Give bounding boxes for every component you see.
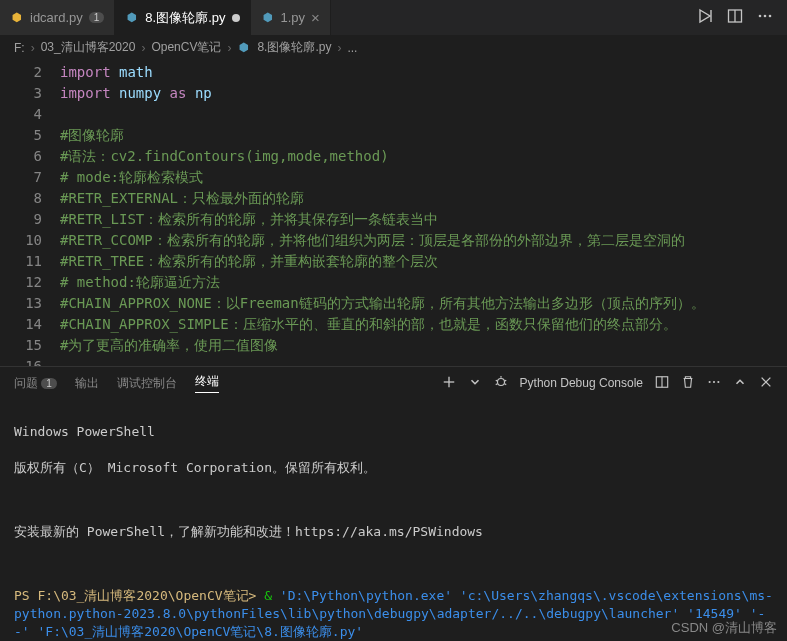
terminal-line: 安装最新的 PowerShell，了解新功能和改进！https://aka.ms…	[14, 523, 773, 541]
line-number: 14	[0, 314, 60, 335]
code-editor[interactable]: 2import math 3import numpy as np 4 5#图像轮…	[0, 60, 787, 366]
python-file-icon: ⬢	[125, 11, 139, 25]
svg-point-2	[759, 15, 762, 18]
svg-line-12	[504, 383, 506, 384]
run-icon[interactable]	[697, 8, 713, 27]
tab-problems[interactable]: 问题 1	[14, 375, 57, 392]
line-number: 8	[0, 188, 60, 209]
python-file-icon: ⬢	[10, 11, 24, 25]
svg-point-15	[709, 380, 711, 382]
editor-tabs: ⬢ idcard.py 1 ⬢ 8.图像轮廓.py ⬢ 1.py ×	[0, 0, 787, 35]
tab-label: 1.py	[281, 10, 306, 25]
tab-1py[interactable]: ⬢ 1.py ×	[251, 0, 331, 35]
crumb[interactable]: F:	[14, 41, 25, 55]
chevron-up-icon[interactable]	[733, 375, 747, 392]
line-number: 4	[0, 104, 60, 125]
terminal-line: Windows PowerShell	[14, 423, 773, 441]
console-label: Python Debug Console	[520, 376, 643, 390]
tab-idcard[interactable]: ⬢ idcard.py 1	[0, 0, 115, 35]
tab-label: 8.图像轮廓.py	[145, 9, 225, 27]
svg-point-7	[497, 378, 504, 385]
line-number: 3	[0, 83, 60, 104]
chevron-down-icon[interactable]	[468, 375, 482, 392]
tab-badge: 1	[89, 12, 105, 23]
svg-line-10	[504, 380, 506, 381]
more-icon[interactable]	[707, 375, 721, 392]
close-panel-icon[interactable]	[759, 375, 773, 392]
tab-debug-console[interactable]: 调试控制台	[117, 375, 177, 392]
tab-image-contours[interactable]: ⬢ 8.图像轮廓.py	[115, 0, 250, 35]
more-icon[interactable]	[757, 8, 773, 27]
panel-tabs: 问题 1 输出 调试控制台 终端 Python Debug Console	[0, 366, 787, 399]
line-number: 2	[0, 62, 60, 83]
split-panel-icon[interactable]	[655, 375, 669, 392]
line-number: 15	[0, 335, 60, 356]
terminal-line: 版权所有（C） Microsoft Corporation。保留所有权利。	[14, 459, 773, 477]
line-number: 10	[0, 230, 60, 251]
crumb[interactable]: 8.图像轮廓.py	[257, 39, 331, 56]
close-icon[interactable]: ×	[311, 9, 320, 26]
new-terminal-icon[interactable]	[442, 375, 456, 392]
tab-label: idcard.py	[30, 10, 83, 25]
trash-icon[interactable]	[681, 375, 695, 392]
line-number: 11	[0, 251, 60, 272]
line-number: 6	[0, 146, 60, 167]
svg-point-4	[769, 15, 772, 18]
line-number: 16	[0, 356, 60, 366]
svg-point-16	[713, 380, 715, 382]
tab-output[interactable]: 输出	[75, 375, 99, 392]
line-number: 13	[0, 293, 60, 314]
svg-line-9	[495, 380, 497, 381]
crumb[interactable]: OpenCV笔记	[151, 39, 221, 56]
debug-icon[interactable]	[494, 375, 508, 392]
crumb[interactable]: ...	[347, 41, 357, 55]
watermark: CSDN @清山博客	[671, 619, 777, 637]
crumb[interactable]: 03_清山博客2020	[41, 39, 136, 56]
terminal-output[interactable]: Windows PowerShell 版权所有（C） Microsoft Cor…	[0, 399, 787, 641]
line-number: 5	[0, 125, 60, 146]
python-file-icon: ⬢	[237, 41, 251, 55]
line-number: 9	[0, 209, 60, 230]
split-editor-icon[interactable]	[727, 8, 743, 27]
svg-line-11	[495, 383, 497, 384]
line-number: 7	[0, 167, 60, 188]
line-number: 12	[0, 272, 60, 293]
tab-terminal[interactable]: 终端	[195, 373, 219, 393]
terminal-line: PS F:\03_清山博客2020\OpenCV笔记> & 'D:\Python…	[14, 587, 773, 641]
svg-point-17	[717, 380, 719, 382]
python-file-icon: ⬢	[261, 11, 275, 25]
svg-point-3	[764, 15, 767, 18]
editor-actions	[697, 0, 787, 35]
modified-dot-icon	[232, 14, 240, 22]
breadcrumb[interactable]: F:› 03_清山博客2020› OpenCV笔记› ⬢ 8.图像轮廓.py› …	[0, 35, 787, 60]
